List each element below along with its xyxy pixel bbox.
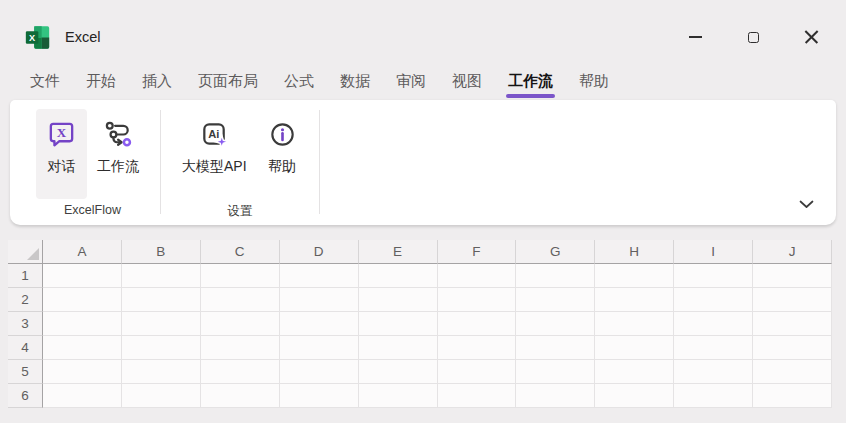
cell[interactable]	[359, 336, 438, 360]
tab-formulas[interactable]: 公式	[271, 62, 327, 100]
cell[interactable]	[359, 288, 438, 312]
cell[interactable]	[280, 288, 359, 312]
cell[interactable]	[595, 360, 674, 384]
cell[interactable]	[753, 360, 832, 384]
cell[interactable]	[438, 360, 517, 384]
cell[interactable]	[595, 336, 674, 360]
tab-view[interactable]: 视图	[439, 62, 495, 100]
cell[interactable]	[43, 336, 122, 360]
cell[interactable]	[438, 336, 517, 360]
cell[interactable]	[595, 312, 674, 336]
cell[interactable]	[359, 384, 438, 408]
cell[interactable]	[122, 312, 201, 336]
cell[interactable]	[280, 312, 359, 336]
column-header-C[interactable]: C	[201, 240, 280, 264]
cell[interactable]	[280, 336, 359, 360]
ribbon-tabs: 文件开始插入页面布局公式数据审阅视图工作流帮助	[0, 62, 846, 100]
cell[interactable]	[359, 264, 438, 288]
cell[interactable]	[359, 360, 438, 384]
cell[interactable]	[595, 264, 674, 288]
cell[interactable]	[201, 360, 280, 384]
cell[interactable]	[122, 288, 201, 312]
cell[interactable]	[201, 384, 280, 408]
ribbon-button-workflow[interactable]: 工作流	[87, 109, 149, 199]
ribbon-button-chat[interactable]: X对话	[36, 109, 87, 199]
row-header-4[interactable]: 4	[8, 336, 43, 360]
cell[interactable]	[753, 288, 832, 312]
cell[interactable]	[438, 288, 517, 312]
cell[interactable]	[438, 264, 517, 288]
cell[interactable]	[43, 384, 122, 408]
cell[interactable]	[753, 264, 832, 288]
cell[interactable]	[43, 360, 122, 384]
column-header-I[interactable]: I	[674, 240, 753, 264]
cell[interactable]	[201, 312, 280, 336]
cell[interactable]	[43, 312, 122, 336]
cell[interactable]	[43, 288, 122, 312]
cell[interactable]	[674, 360, 753, 384]
tab-data[interactable]: 数据	[327, 62, 383, 100]
cell[interactable]	[753, 384, 832, 408]
row-header-3[interactable]: 3	[8, 312, 43, 336]
maximize-button[interactable]	[724, 16, 782, 58]
ribbon-button-help[interactable]: 帮助	[257, 109, 308, 199]
cell[interactable]	[438, 384, 517, 408]
ribbon-button-llm-api[interactable]: Ai 大模型API	[172, 109, 257, 199]
cell[interactable]	[122, 264, 201, 288]
cell[interactable]	[674, 312, 753, 336]
cell[interactable]	[280, 360, 359, 384]
cell[interactable]	[753, 336, 832, 360]
column-header-E[interactable]: E	[359, 240, 438, 264]
cell[interactable]	[516, 360, 595, 384]
cell[interactable]	[201, 288, 280, 312]
cell[interactable]	[674, 288, 753, 312]
column-header-F[interactable]: F	[438, 240, 517, 264]
cell[interactable]	[516, 384, 595, 408]
column-header-B[interactable]: B	[122, 240, 201, 264]
cell[interactable]	[674, 336, 753, 360]
tab-help[interactable]: 帮助	[566, 62, 622, 100]
ribbon-group-label: 设置	[172, 199, 308, 219]
cell[interactable]	[516, 312, 595, 336]
column-header-D[interactable]: D	[280, 240, 359, 264]
row-header-1[interactable]: 1	[8, 264, 43, 288]
title-bar: X Excel	[0, 0, 846, 62]
cell[interactable]	[595, 384, 674, 408]
cell[interactable]	[201, 264, 280, 288]
column-header-J[interactable]: J	[753, 240, 832, 264]
cell[interactable]	[753, 312, 832, 336]
minimize-icon	[689, 36, 702, 38]
cell[interactable]	[595, 288, 674, 312]
cell[interactable]	[438, 312, 517, 336]
row-header-5[interactable]: 5	[8, 360, 43, 384]
tab-home[interactable]: 开始	[73, 62, 129, 100]
cell[interactable]	[359, 312, 438, 336]
tab-insert[interactable]: 插入	[129, 62, 185, 100]
cell[interactable]	[122, 384, 201, 408]
cell[interactable]	[280, 264, 359, 288]
tab-workflow[interactable]: 工作流	[495, 62, 566, 100]
cell[interactable]	[122, 336, 201, 360]
select-all-button[interactable]	[8, 240, 43, 264]
column-header-A[interactable]: A	[43, 240, 122, 264]
cell[interactable]	[516, 288, 595, 312]
row-header-6[interactable]: 6	[8, 384, 43, 408]
close-button[interactable]	[782, 16, 840, 58]
tab-file[interactable]: 文件	[17, 62, 73, 100]
column-header-G[interactable]: G	[516, 240, 595, 264]
cell[interactable]	[280, 384, 359, 408]
cell[interactable]	[674, 264, 753, 288]
collapse-ribbon-button[interactable]	[795, 193, 818, 216]
cell[interactable]	[516, 336, 595, 360]
tab-label: 帮助	[579, 72, 609, 91]
cell[interactable]	[201, 336, 280, 360]
cell[interactable]	[122, 360, 201, 384]
column-header-H[interactable]: H	[595, 240, 674, 264]
row-header-2[interactable]: 2	[8, 288, 43, 312]
tab-page-layout[interactable]: 页面布局	[185, 62, 271, 100]
cell[interactable]	[43, 264, 122, 288]
tab-review[interactable]: 审阅	[383, 62, 439, 100]
cell[interactable]	[516, 264, 595, 288]
cell[interactable]	[674, 384, 753, 408]
minimize-button[interactable]	[666, 16, 724, 58]
